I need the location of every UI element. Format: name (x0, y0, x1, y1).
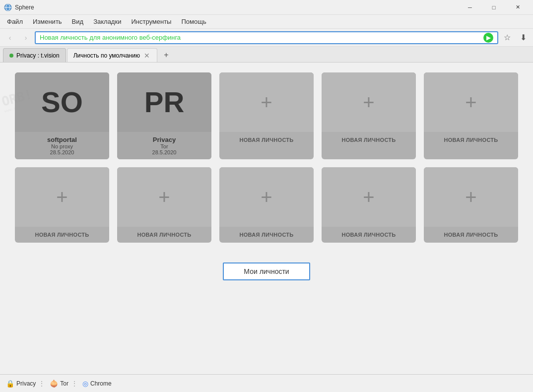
identity-card-bottom: Privacy Tor 28.5.2020 (117, 132, 211, 159)
add-identity-icon: + (261, 91, 272, 114)
status-privacy-label: Privacy (16, 380, 36, 387)
identity-card-new-6[interactable]: + новая личность (219, 167, 314, 243)
identity-card-new-1[interactable]: + новая личность (219, 72, 314, 159)
main-content: SO softportal No proxy 28.5.2020 PR Priv… (0, 63, 533, 344)
identity-card-new-3[interactable]: + новая личность (424, 72, 518, 159)
identity-card-top: + (322, 167, 416, 227)
tab-default-identity[interactable]: Личность по умолчанию ✕ (67, 48, 157, 62)
app-icon (4, 3, 12, 11)
new-identity-label: новая личность (424, 132, 518, 148)
tab-label: Privacy : t.vision (16, 52, 60, 59)
menu-view[interactable]: Вид (67, 16, 89, 27)
nav-bar: ‹ › Новая личность для анонимного веб-се… (0, 29, 533, 47)
identity-card-privacy[interactable]: PR Privacy Tor 28.5.2020 (117, 72, 211, 159)
identity-card-top: + (424, 167, 518, 227)
bookmark-star-icon[interactable]: ☆ (500, 31, 514, 45)
new-identity-label: новая личность (219, 132, 314, 148)
add-identity-icon: + (261, 186, 272, 208)
identity-card-top: SO (15, 72, 109, 132)
tor-icon: 🧅 (50, 380, 58, 388)
identity-card-softportal[interactable]: SO softportal No proxy 28.5.2020 (15, 72, 109, 159)
menu-file[interactable]: Файл (2, 16, 28, 27)
minimize-button[interactable]: ─ (459, 0, 481, 15)
title-bar: Sphere ─ □ ✕ (0, 0, 533, 15)
identity-card-top: PR (117, 72, 211, 132)
download-icon[interactable]: ⬇ (516, 31, 530, 45)
new-tab-button[interactable]: + (160, 49, 172, 61)
status-bar: 🔒 Privacy ⋮ 🧅 Tor ⋮ ◎ Chrome (0, 374, 533, 392)
privacy-icon: 🔒 (6, 380, 14, 388)
identity-card-new-8[interactable]: + новая личность (424, 167, 518, 243)
add-identity-icon: + (465, 186, 476, 208)
identity-card-bottom: softportal No proxy 28.5.2020 (15, 132, 109, 159)
address-bar: Новая личность для анонимного веб-серфин… (35, 31, 498, 44)
address-text: Новая личность для анонимного веб-серфин… (40, 34, 483, 41)
status-tor[interactable]: 🧅 Tor ⋮ (50, 380, 78, 388)
tab-close-button[interactable]: ✕ (143, 52, 151, 60)
menu-help[interactable]: Помощь (176, 16, 211, 27)
new-identity-label: новая личность (15, 227, 109, 243)
my-identities-button[interactable]: Мои личности (223, 262, 310, 280)
identity-card-new-4[interactable]: + новая личность (15, 167, 109, 243)
add-identity-icon: + (465, 91, 476, 114)
identity-date: 28.5.2020 (19, 149, 105, 155)
add-identity-icon: + (363, 91, 374, 114)
identity-card-top: + (424, 72, 518, 132)
identity-name: softportal (19, 136, 105, 143)
new-identity-label: новая личность (322, 227, 416, 243)
tab-privacy-vision[interactable]: Privacy : t.vision (3, 48, 66, 62)
new-identity-label: новая личность (117, 227, 211, 243)
identity-name: Privacy (121, 136, 207, 143)
identity-card-new-2[interactable]: + новая личность (322, 72, 416, 159)
tab-bar: Privacy : t.vision Личность по умолчанию… (0, 47, 533, 63)
status-chrome[interactable]: ◎ Chrome (82, 380, 112, 388)
menu-bar: Файл Изменить Вид Закладки Инструменты П… (0, 15, 533, 29)
status-tor-label: Tor (60, 380, 68, 387)
add-identity-icon: + (363, 186, 374, 208)
tab-dot (9, 54, 13, 58)
menu-bookmarks[interactable]: Закладки (88, 16, 126, 27)
identity-card-new-5[interactable]: + новая личность (117, 167, 211, 243)
menu-edit[interactable]: Изменить (28, 16, 67, 27)
window-title: Sphere (15, 4, 459, 11)
status-privacy[interactable]: 🔒 Privacy ⋮ (6, 380, 46, 388)
identity-initials: SO (41, 88, 83, 117)
menu-tools[interactable]: Инструменты (126, 16, 176, 27)
identity-card-top: + (15, 167, 109, 227)
status-chrome-label: Chrome (90, 380, 112, 387)
new-identity-label: новая личность (219, 227, 314, 243)
identity-card-new-7[interactable]: + новая личность (322, 167, 416, 243)
chrome-icon: ◎ (82, 380, 88, 388)
close-button[interactable]: ✕ (506, 0, 529, 15)
address-go-button[interactable]: ▶ (483, 33, 493, 43)
add-identity-icon: + (56, 186, 67, 208)
add-identity-icon: + (158, 186, 170, 208)
identity-initials: PR (144, 88, 185, 117)
identity-date: 28.5.2020 (121, 149, 207, 155)
identity-card-top: + (219, 72, 314, 132)
identity-grid: SO softportal No proxy 28.5.2020 PR Priv… (15, 72, 518, 243)
identity-proxy: Tor (121, 143, 207, 149)
new-identity-label: новая личность (322, 132, 416, 148)
window-controls: ─ □ ✕ (459, 0, 529, 15)
identity-card-top: + (322, 72, 416, 132)
identity-card-top: + (117, 167, 211, 227)
forward-button[interactable]: › (19, 31, 33, 45)
privacy-menu-icon[interactable]: ⋮ (39, 380, 45, 387)
new-identity-label: новая личность (424, 227, 518, 243)
identity-card-top: + (219, 167, 314, 227)
identity-proxy: No proxy (19, 143, 105, 149)
tor-menu-icon[interactable]: ⋮ (71, 380, 77, 387)
maximize-button[interactable]: □ (482, 0, 505, 15)
tab-label: Личность по умолчанию (73, 52, 140, 59)
back-button[interactable]: ‹ (3, 31, 17, 45)
